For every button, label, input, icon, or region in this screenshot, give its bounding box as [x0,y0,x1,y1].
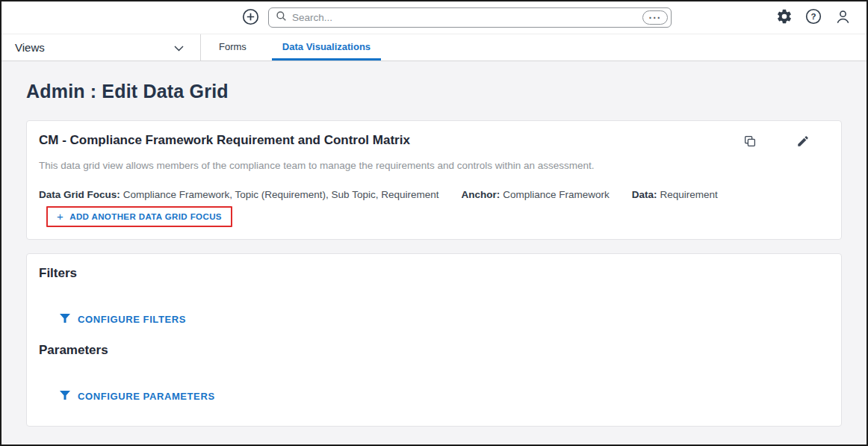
configure-parameters-label: CONFIGURE PARAMETERS [78,391,215,402]
data-grid-description: This data grid view allows members of th… [39,160,829,171]
parameters-heading: Parameters [39,343,829,358]
data-grid-card: CM - Compliance Framework Requirement an… [26,120,842,240]
data-value: Requirement [660,189,718,200]
configure-parameters-button[interactable]: CONFIGURE PARAMETERS [60,391,215,402]
tab-bar: Forms Data Visualizations [208,34,396,61]
data-grid-actions [743,134,829,150]
views-dropdown[interactable]: Views [1,34,201,61]
anchor-group: Anchor:Compliance Framework [461,189,609,200]
filter-funnel-icon [60,314,70,325]
edit-button[interactable] [796,134,810,150]
configure-filters-label: CONFIGURE FILTERS [78,314,186,325]
tab-data-visualizations[interactable]: Data Visualizations [272,34,381,61]
question-circle-icon: ? [805,8,822,27]
help-button[interactable]: ? [805,8,822,27]
focus-label: Data Grid Focus: [39,189,120,200]
main-content: Admin:Edit Data Grid CM - Compliance Fra… [1,61,867,445]
tab-forms-label: Forms [219,41,247,52]
anchor-value: Compliance Framework [503,189,610,200]
tab-data-visualizations-label: Data Visualizations [282,41,371,52]
gear-icon [776,8,793,27]
data-grid-meta-row: Data Grid Focus:Compliance Framework, To… [39,189,829,200]
page-title-separator: : [90,81,97,102]
topbar: ··· ? [1,1,867,34]
copy-button[interactable] [743,134,757,150]
user-button[interactable] [834,8,852,28]
plus-circle-icon [242,8,259,28]
svg-text:?: ? [810,12,816,21]
search-more-button[interactable]: ··· [642,10,668,25]
pencil-icon [796,134,810,150]
data-grid-title: CM - Compliance Framework Requirement an… [39,133,410,148]
page-title-admin: Admin [26,81,85,102]
filter-funnel-icon [60,391,70,402]
add-data-grid-focus-button[interactable]: + ADD ANOTHER DATA GRID FOCUS [48,208,231,226]
configure-filters-button[interactable]: CONFIGURE FILTERS [60,314,186,325]
search-icon [276,10,287,25]
filters-heading: Filters [39,266,829,281]
ellipsis-icon: ··· [649,13,662,23]
settings-button[interactable] [776,8,793,27]
page-title-main: Edit Data Grid [102,81,229,102]
topbar-right-icons: ? [776,8,855,28]
copy-icon [743,134,757,150]
focus-value: Compliance Framework, Topic (Requirement… [123,189,439,200]
tab-forms[interactable]: Forms [208,34,257,61]
app-window: { "topbar": { "search_placeholder": "Sea… [0,0,868,446]
chevron-down-icon [174,41,184,55]
search-bar[interactable]: ··· [268,7,672,28]
search-input[interactable] [292,12,642,23]
create-button[interactable] [242,8,259,28]
plus-icon: + [57,211,63,222]
data-grid-card-header: CM - Compliance Framework Requirement an… [39,133,829,150]
page-title: Admin:Edit Data Grid [26,81,842,102]
anchor-label: Anchor: [461,189,500,200]
data-label: Data: [632,189,657,200]
add-data-grid-focus-label: ADD ANOTHER DATA GRID FOCUS [69,212,222,221]
views-dropdown-label: Views [15,41,45,54]
data-group: Data:Requirement [632,189,718,200]
annotation-highlight-box: + ADD ANOTHER DATA GRID FOCUS [46,206,232,227]
focus-group: Data Grid Focus:Compliance Framework, To… [39,189,438,200]
navbar: Views Forms Data Visualizations [1,34,867,61]
filters-parameters-card: Filters CONFIGURE FILTERS Parameters CON… [26,253,842,427]
person-icon [834,8,852,28]
